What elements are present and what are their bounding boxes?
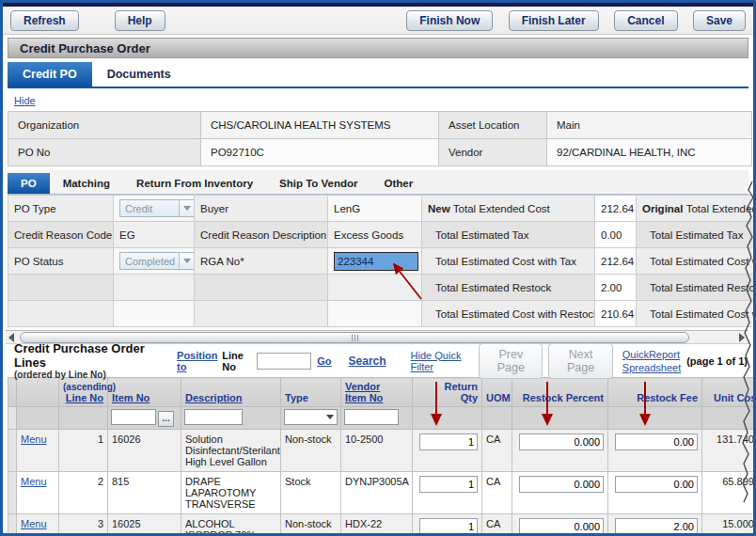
- tab-credit-po[interactable]: Credit PO: [8, 62, 92, 87]
- new-total-extended-cost-label: Total Extended Cost: [453, 203, 550, 214]
- restock-percent-input[interactable]: [519, 518, 604, 535]
- return-qty-input[interactable]: [419, 518, 478, 535]
- po-no-label: PO No: [8, 139, 201, 166]
- finish-later-button[interactable]: Finish Later: [509, 10, 599, 31]
- finish-now-button[interactable]: Finish Now: [406, 10, 493, 31]
- toolbar-right-group: Finish Now Finish Later Cancel Save: [395, 10, 746, 31]
- lines-subtitle: (ordered by Line No): [14, 370, 177, 380]
- save-button[interactable]: Save: [693, 10, 746, 31]
- description-filter-input[interactable]: [184, 409, 243, 425]
- item-no-lookup-button[interactable]: …: [158, 411, 174, 427]
- quickreport-link[interactable]: QuickReport: [622, 348, 681, 361]
- main-toolbar: Refresh Help Finish Now Finish Later Can…: [3, 7, 753, 35]
- vendor-item-no-filter-input[interactable]: [344, 409, 399, 425]
- go-link[interactable]: Go: [317, 355, 331, 367]
- description-cell: Solution Disinfectant/Sterilant High Lev…: [181, 429, 281, 471]
- position-to-link[interactable]: Position to: [177, 350, 219, 372]
- hide-link[interactable]: Hide: [14, 95, 36, 106]
- total-estimated-cost-with-restock-label: Total Estimated Cost with Restock: [422, 301, 595, 327]
- item-no-filter-input[interactable]: [111, 409, 156, 425]
- po-type-select[interactable]: Credit: [119, 199, 195, 217]
- buyer-label: Buyer: [195, 196, 328, 222]
- tab-documents[interactable]: Documents: [92, 62, 186, 87]
- credit-reason-code-value: EG: [114, 222, 195, 248]
- help-button[interactable]: Help: [115, 10, 165, 31]
- hide-quick-filter-link[interactable]: Hide Quick Filter: [411, 350, 472, 372]
- tab-ship-to-vendor[interactable]: Ship To Vendor: [266, 173, 370, 194]
- total-estimated-cost-with-tax-value: 212.64: [595, 248, 637, 275]
- refresh-button[interactable]: Refresh: [10, 10, 79, 31]
- rga-no-input[interactable]: [334, 252, 418, 271]
- lines-title: Credit Purchase Order Lines: [14, 341, 177, 370]
- restock-percent-input[interactable]: [519, 476, 604, 493]
- sub-tab-bar: PO Matching Return From Inventory Ship T…: [8, 170, 748, 195]
- vendor-item-no-cell: DYNJP3005A: [341, 471, 413, 513]
- original-total-extended-cost-label: Total Extended: [686, 203, 756, 214]
- total-estimated-restock-value: 2.00: [595, 275, 637, 301]
- column-header-line-no[interactable]: Line No: [66, 392, 103, 403]
- tab-return-from-inventory[interactable]: Return From Inventory: [123, 173, 266, 194]
- menu-link[interactable]: Menu: [21, 476, 47, 487]
- lines-title-block: Credit Purchase Order Lines (ordered by …: [14, 341, 177, 380]
- po-status-select[interactable]: Completed: [119, 252, 195, 270]
- type-filter-select[interactable]: [284, 409, 338, 425]
- restock-fee-input[interactable]: [615, 434, 698, 450]
- lines-toolbar: Credit Purchase Order Lines (ordered by …: [3, 344, 753, 377]
- header-fields-table: Organization CHS/CAROLINA HEALTH SYSTEMS…: [8, 111, 752, 166]
- type-cell: Stock: [281, 471, 341, 513]
- column-header-item-no[interactable]: Item No: [112, 392, 150, 403]
- chevron-down-icon: [179, 253, 194, 269]
- lines-header-row: (ascending)Line No Item No Description T…: [8, 378, 756, 407]
- column-header-type: Type: [281, 378, 341, 407]
- new-total-extended-cost-value: 212.64: [595, 196, 637, 222]
- original-total-estimated-restock-label: Total Estimated Restoc: [637, 275, 756, 301]
- line-row-1: Menu 1 16026 Solution Disinfectant/Steri…: [8, 429, 756, 471]
- buyer-value: LenG: [328, 196, 422, 222]
- organization-label: Organization: [8, 112, 201, 139]
- credit-purchase-order-window: Refresh Help Finish Now Finish Later Can…: [0, 0, 756, 536]
- column-header-return-qty: Return: [417, 381, 478, 392]
- return-qty-input[interactable]: [419, 434, 478, 450]
- total-estimated-cost-with-restock-value: 210.64: [595, 301, 637, 327]
- uom-cell: CA: [482, 471, 512, 513]
- line-row-3: Menu 3 16025 ALCOHOL ISOPROP 70% RUB NF …: [8, 513, 756, 536]
- restock-percent-input[interactable]: [519, 434, 604, 450]
- credit-reason-code-label: Credit Reason Code: [8, 222, 114, 248]
- prev-page-button[interactable]: Prev Page: [479, 343, 543, 379]
- menu-link[interactable]: Menu: [21, 434, 47, 445]
- spreadsheet-link[interactable]: Spreadsheet: [622, 361, 681, 374]
- scroll-left-icon[interactable]: [8, 333, 14, 342]
- po-detail-grid: PO Type Credit Buyer LenG New Total Exte…: [8, 195, 756, 327]
- po-status-label: PO Status: [8, 248, 114, 275]
- item-no-cell: 16026: [108, 429, 181, 471]
- menu-link[interactable]: Menu: [21, 518, 47, 529]
- tab-po[interactable]: PO: [8, 173, 50, 194]
- cancel-button[interactable]: Cancel: [614, 10, 677, 31]
- asset-location-value: Main: [547, 112, 752, 139]
- original-total-estimated-cost-with-restock-label: Total Estimated Cost w: [637, 301, 756, 327]
- unit-cost-cell: 15.0000: [702, 513, 756, 536]
- scrollbar-thumb[interactable]: [20, 332, 689, 343]
- column-header-description[interactable]: Description: [185, 392, 243, 403]
- chevron-down-icon: [179, 200, 194, 216]
- line-row-2: Menu 2 815 DRAPE LAPAROTOMY TRANSVERSE S…: [8, 471, 756, 513]
- horizontal-scrollbar[interactable]: [6, 330, 748, 344]
- original-total-extended-cost-prefix: Original: [642, 203, 686, 214]
- return-qty-input[interactable]: [419, 476, 478, 493]
- restock-fee-input[interactable]: [615, 476, 698, 493]
- quick-filter-row: …: [8, 407, 756, 430]
- search-link[interactable]: Search: [349, 355, 386, 368]
- position-to-input[interactable]: [257, 353, 311, 370]
- organization-value: CHS/CAROLINA HEALTH SYSTEMS: [201, 112, 439, 139]
- vendor-value: 92/CARDINAL HEALTH, INC: [547, 139, 752, 166]
- hide-link-row: Hide: [3, 88, 753, 110]
- page-indicator: (page 1 of 1): [686, 355, 748, 367]
- tab-other[interactable]: Other: [371, 173, 427, 194]
- restock-fee-input[interactable]: [615, 518, 698, 535]
- column-header-vendor-item-no[interactable]: Vendor: [345, 381, 380, 392]
- scroll-right-icon[interactable]: [739, 333, 745, 342]
- tab-matching[interactable]: Matching: [50, 173, 123, 194]
- next-page-button[interactable]: Next Page: [548, 343, 612, 379]
- column-header-unit-cost: Unit Cost: [702, 378, 756, 407]
- position-to-line-no-label: Line No: [222, 350, 252, 372]
